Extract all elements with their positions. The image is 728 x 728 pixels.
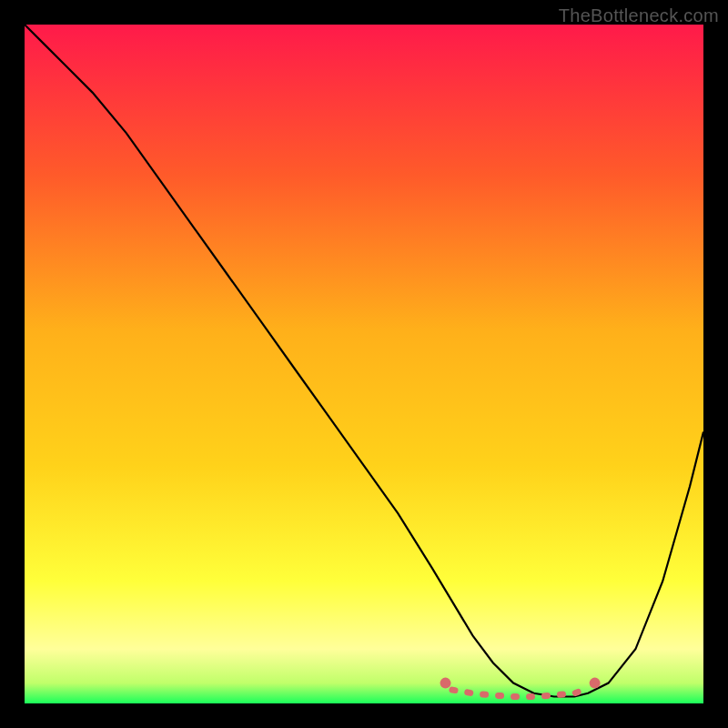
chart-svg [25,25,703,703]
bottleneck-chart [25,25,703,703]
watermark-text: TheBottleneck.com [559,5,719,26]
highlight-point-left [440,678,451,689]
highlight-point-right [590,678,601,689]
gradient-background [25,25,703,703]
